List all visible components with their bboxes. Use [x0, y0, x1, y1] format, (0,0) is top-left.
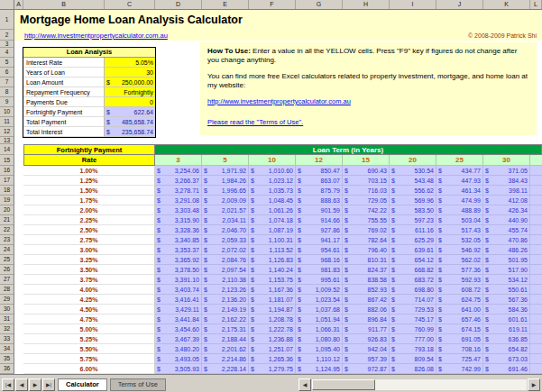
payment-cell-2-00-3y[interactable]: $3,303.48: [155, 205, 202, 215]
payment-cell-1-00-30y[interactable]: $371.05: [483, 166, 530, 176]
payment-cell-4-25-12y[interactable]: $1,023.54: [296, 295, 343, 305]
payment-cell-3-25-25y[interactable]: $562.02: [436, 255, 483, 265]
payment-cell-2-50-12y[interactable]: $927.86: [296, 225, 343, 235]
row-header-15[interactable]: 15: [0, 155, 14, 166]
payment-cell-4-00-25y[interactable]: $608.72: [436, 285, 483, 295]
payment-cell-3-75-30y[interactable]: $534.12: [483, 275, 530, 285]
payment-cell-6-00-25y[interactable]: $742.99: [436, 364, 483, 374]
payment-cell-4-75-3y[interactable]: $3,441.84: [155, 315, 202, 324]
payment-cell-3-50-12y[interactable]: $981.83: [296, 265, 343, 275]
scrollbar-thumb[interactable]: [312, 379, 375, 390]
payment-cell-5-75-15y[interactable]: $957.39: [343, 354, 390, 364]
column-header-A[interactable]: A: [14, 0, 23, 9]
payment-cell-4-25-3y[interactable]: $3,416.41: [155, 295, 202, 305]
row-header-21[interactable]: 21: [0, 215, 14, 225]
column-header-E[interactable]: E: [202, 0, 249, 9]
payment-cell-2-25-15y[interactable]: $755.55: [343, 215, 390, 225]
payment-cell-5-00-20y[interactable]: $760.99: [390, 324, 436, 334]
row-header-35[interactable]: 35: [0, 354, 14, 364]
payment-cell-3-75-15y[interactable]: $838.58: [343, 275, 390, 285]
payment-cell-3-00-3y[interactable]: $3,353.37: [155, 245, 202, 255]
term-header-10-years[interactable]: 10: [249, 155, 296, 166]
rate-cell-3-25[interactable]: 3.25%: [23, 255, 155, 265]
payment-cell-3-75-5y[interactable]: $2,110.38: [202, 275, 249, 285]
rate-column-header-cell[interactable]: Rate: [23, 155, 155, 166]
payment-cell-5-75-12y[interactable]: $1,110.12: [296, 354, 343, 364]
payment-cell-4-50-12y[interactable]: $1,037.68: [296, 305, 343, 315]
payment-cell-3-75-12y[interactable]: $995.61: [296, 275, 343, 285]
payment-cell-2-00-5y[interactable]: $2,021.57: [202, 205, 249, 215]
payment-cell-3-75-3y[interactable]: $3,391.10: [155, 275, 202, 285]
rate-cell-4-25[interactable]: 4.25%: [23, 295, 155, 305]
payments-due-input-cell[interactable]: 0: [105, 97, 155, 107]
scroll-right-icon[interactable]: ▶: [528, 378, 540, 391]
term-header-15-years[interactable]: 15: [343, 155, 390, 166]
row-header-11[interactable]: 11: [0, 117, 14, 127]
rate-cell-3-50[interactable]: 3.50%: [23, 265, 155, 275]
payment-cell-5-00-5y[interactable]: $2,175.31: [202, 324, 249, 334]
payment-cell-2-00-12y[interactable]: $901.59: [296, 205, 343, 215]
payment-cell-3-00-10y[interactable]: $1,113.52: [249, 245, 296, 255]
payment-cell-3-25-5y[interactable]: $2,084.76: [202, 255, 249, 265]
row-header-3[interactable]: 3: [0, 41, 14, 48]
payment-cell-1-75-15y[interactable]: $729.05: [343, 196, 390, 205]
payment-cell-1-25-12y[interactable]: $863.07: [296, 176, 343, 186]
column-header-K[interactable]: K: [483, 0, 530, 9]
payment-cell-6-00-10y[interactable]: $1,279.75: [249, 364, 296, 374]
rate-cell-5-00[interactable]: 5.00%: [23, 324, 155, 334]
payment-cell-1-00-20y[interactable]: $530.54: [390, 166, 436, 176]
payment-cell-4-25-20y[interactable]: $714.07: [390, 295, 436, 305]
rate-cell-1-75[interactable]: 1.75%: [23, 196, 155, 205]
payment-cell-3-50-20y[interactable]: $668.82: [390, 265, 436, 275]
payment-cell-5-25-15y[interactable]: $926.83: [343, 334, 390, 344]
payment-cell-1-50-5y[interactable]: $1,996.65: [202, 186, 249, 196]
payment-cell-2-50-15y[interactable]: $769.02: [343, 225, 390, 235]
column-header-F[interactable]: F: [249, 0, 296, 9]
payment-cell-6-00-20y[interactable]: $826.08: [390, 364, 436, 374]
payment-cell-4-75-15y[interactable]: $896.84: [343, 315, 390, 324]
rate-cell-5-50[interactable]: 5.50%: [23, 344, 155, 354]
rate-cell-1-00[interactable]: 1.00%: [23, 166, 155, 176]
payment-cell-2-75-12y[interactable]: $941.17: [296, 235, 343, 245]
payment-cell-1-50-10y[interactable]: $1,035.73: [249, 186, 296, 196]
rate-cell-4-50[interactable]: 4.50%: [23, 305, 155, 315]
payment-cell-5-00-3y[interactable]: $3,454.60: [155, 324, 202, 334]
row-header-20[interactable]: 20: [0, 205, 14, 215]
payment-cell-4-25-10y[interactable]: $1,181.07: [249, 295, 296, 305]
payment-cell-5-00-30y[interactable]: $619.11: [483, 324, 530, 334]
payment-cell-4-00-5y[interactable]: $2,123.26: [202, 285, 249, 295]
payment-cell-1-50-12y[interactable]: $875.79: [296, 186, 343, 196]
row-header-19[interactable]: 19: [0, 196, 14, 205]
payment-cell-1-50-30y[interactable]: $398.11: [483, 186, 530, 196]
payment-cell-3-00-30y[interactable]: $486.26: [483, 245, 530, 255]
payment-cell-1-75-10y[interactable]: $1,048.45: [249, 196, 296, 205]
total-payment-label[interactable]: Total Payment: [23, 117, 105, 127]
payment-cell-5-25-3y[interactable]: $3,467.39: [155, 334, 202, 344]
select-all-corner[interactable]: [0, 0, 14, 9]
payment-cell-2-50-10y[interactable]: $1,087.19: [249, 225, 296, 235]
row-header-18[interactable]: 18: [0, 186, 14, 196]
rate-cell-5-75[interactable]: 5.75%: [23, 354, 155, 364]
term-header-20-years[interactable]: 20: [390, 155, 436, 166]
row-header-27[interactable]: 27: [0, 275, 14, 285]
term-header-3-years[interactable]: 3: [155, 155, 202, 166]
payment-cell-5-25-20y[interactable]: $777.00: [390, 334, 436, 344]
payment-cell-1-25-15y[interactable]: $703.15: [343, 176, 390, 186]
column-header-B[interactable]: B: [23, 0, 105, 9]
payment-cell-2-75-25y[interactable]: $532.05: [436, 235, 483, 245]
scroll-left-icon[interactable]: ◀: [299, 378, 311, 391]
repayment-frequency-label[interactable]: Repayment Frequency: [23, 87, 105, 97]
loan-term-header-cell[interactable]: Loan Term (in Years): [155, 144, 542, 155]
column-header-D[interactable]: D: [155, 0, 202, 9]
row-header-23[interactable]: 23: [0, 235, 14, 245]
payment-cell-4-75-30y[interactable]: $601.61: [483, 315, 530, 324]
payment-cell-4-50-10y[interactable]: $1,194.87: [249, 305, 296, 315]
column-header-H[interactable]: H: [343, 0, 390, 9]
payment-cell-5-75-30y[interactable]: $673.03: [483, 354, 530, 364]
payment-cell-6-00-12y[interactable]: $1,124.95: [296, 364, 343, 374]
payment-cell-6-00-30y[interactable]: $691.46: [483, 364, 530, 374]
interest-rate-input-cell[interactable]: 5.05%: [105, 58, 155, 68]
payment-cell-1-00-5y[interactable]: $1,971.92: [202, 166, 249, 176]
payment-cell-6-00-5y[interactable]: $2,228.14: [202, 364, 249, 374]
term-header-12-years[interactable]: 12: [296, 155, 343, 166]
